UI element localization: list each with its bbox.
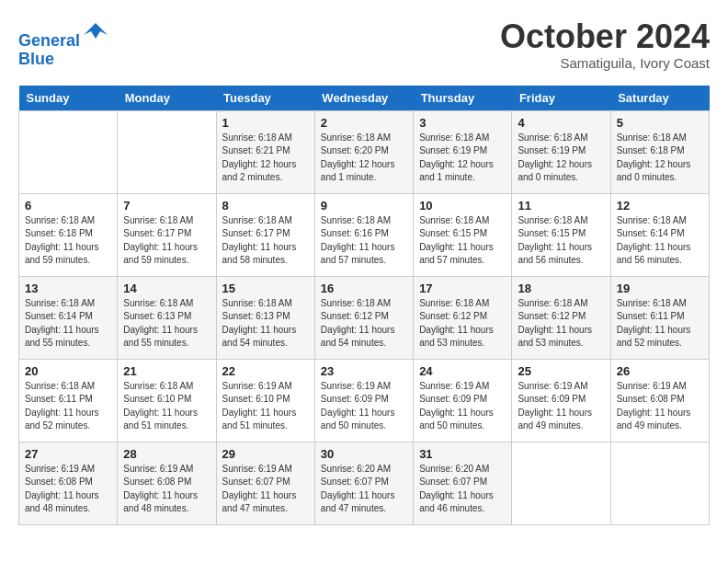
day-number: 20 bbox=[25, 364, 111, 378]
calendar-table: SundayMondayTuesdayWednesdayThursdayFrid… bbox=[18, 86, 710, 525]
day-number: 17 bbox=[419, 282, 506, 295]
day-info: Sunrise: 6:19 AM Sunset: 6:10 PM Dayligh… bbox=[222, 380, 309, 433]
day-number: 23 bbox=[321, 364, 407, 378]
day-number: 31 bbox=[419, 447, 506, 461]
day-number: 19 bbox=[617, 282, 703, 295]
calendar-day-cell: 23Sunrise: 6:19 AM Sunset: 6:09 PM Dayli… bbox=[314, 359, 413, 442]
calendar-day-cell: 26Sunrise: 6:19 AM Sunset: 6:08 PM Dayli… bbox=[610, 359, 709, 442]
day-info: Sunrise: 6:18 AM Sunset: 6:11 PM Dayligh… bbox=[617, 297, 703, 350]
day-info: Sunrise: 6:20 AM Sunset: 6:07 PM Dayligh… bbox=[321, 463, 407, 516]
day-number: 7 bbox=[123, 199, 210, 213]
calendar-day-cell: 18Sunrise: 6:18 AM Sunset: 6:12 PM Dayli… bbox=[512, 276, 610, 359]
title-block: October 2024 Samatiguila, Ivory Coast bbox=[500, 18, 710, 71]
calendar-week-row: 13Sunrise: 6:18 AM Sunset: 6:14 PM Dayli… bbox=[19, 276, 710, 359]
day-info: Sunrise: 6:18 AM Sunset: 6:14 PM Dayligh… bbox=[25, 297, 111, 350]
day-number: 30 bbox=[321, 447, 407, 461]
calendar-day-cell: 11Sunrise: 6:18 AM Sunset: 6:15 PM Dayli… bbox=[512, 193, 610, 276]
day-number: 26 bbox=[617, 364, 703, 378]
day-info: Sunrise: 6:18 AM Sunset: 6:21 PM Dayligh… bbox=[222, 132, 309, 185]
day-number: 1 bbox=[222, 116, 309, 130]
calendar-day-cell bbox=[512, 442, 610, 524]
day-info: Sunrise: 6:18 AM Sunset: 6:10 PM Dayligh… bbox=[123, 380, 210, 433]
calendar-day-cell: 6Sunrise: 6:18 AM Sunset: 6:18 PM Daylig… bbox=[19, 193, 118, 276]
day-number: 15 bbox=[222, 282, 309, 295]
calendar-day-cell: 17Sunrise: 6:18 AM Sunset: 6:12 PM Dayli… bbox=[414, 276, 512, 359]
day-info: Sunrise: 6:19 AM Sunset: 6:09 PM Dayligh… bbox=[419, 380, 506, 433]
calendar-day-cell: 3Sunrise: 6:18 AM Sunset: 6:19 PM Daylig… bbox=[414, 110, 512, 193]
calendar-day-cell: 10Sunrise: 6:18 AM Sunset: 6:15 PM Dayli… bbox=[414, 193, 512, 276]
calendar-day-cell: 24Sunrise: 6:19 AM Sunset: 6:09 PM Dayli… bbox=[414, 359, 512, 442]
calendar-day-cell: 16Sunrise: 6:18 AM Sunset: 6:12 PM Dayli… bbox=[314, 276, 413, 359]
calendar-day-cell: 4Sunrise: 6:18 AM Sunset: 6:19 PM Daylig… bbox=[512, 110, 610, 193]
calendar-day-cell: 28Sunrise: 6:19 AM Sunset: 6:08 PM Dayli… bbox=[118, 442, 216, 524]
calendar-day-cell: 25Sunrise: 6:19 AM Sunset: 6:09 PM Dayli… bbox=[512, 359, 610, 442]
day-number: 22 bbox=[222, 364, 309, 378]
day-number: 12 bbox=[617, 199, 703, 213]
calendar-day-cell: 9Sunrise: 6:18 AM Sunset: 6:16 PM Daylig… bbox=[314, 193, 413, 276]
location: Samatiguila, Ivory Coast bbox=[500, 55, 710, 71]
weekday-header: Friday bbox=[512, 86, 610, 111]
page-header: GeneralBlue October 2024 Samatiguila, Iv… bbox=[18, 18, 710, 71]
calendar-day-cell: 21Sunrise: 6:18 AM Sunset: 6:10 PM Dayli… bbox=[118, 359, 216, 442]
day-number: 16 bbox=[321, 282, 407, 295]
day-number: 25 bbox=[518, 364, 604, 378]
day-info: Sunrise: 6:18 AM Sunset: 6:11 PM Dayligh… bbox=[25, 380, 111, 433]
day-number: 4 bbox=[518, 116, 604, 130]
calendar-day-cell bbox=[19, 110, 118, 193]
weekday-header: Wednesday bbox=[314, 86, 413, 111]
day-info: Sunrise: 6:20 AM Sunset: 6:07 PM Dayligh… bbox=[419, 463, 506, 516]
weekday-header: Tuesday bbox=[216, 86, 314, 111]
calendar-day-cell: 12Sunrise: 6:18 AM Sunset: 6:14 PM Dayli… bbox=[610, 193, 709, 276]
weekday-header-row: SundayMondayTuesdayWednesdayThursdayFrid… bbox=[19, 86, 710, 111]
calendar-day-cell: 7Sunrise: 6:18 AM Sunset: 6:17 PM Daylig… bbox=[118, 193, 216, 276]
day-info: Sunrise: 6:18 AM Sunset: 6:12 PM Dayligh… bbox=[419, 297, 506, 350]
weekday-header: Thursday bbox=[414, 86, 512, 111]
day-info: Sunrise: 6:18 AM Sunset: 6:18 PM Dayligh… bbox=[617, 132, 703, 185]
day-number: 11 bbox=[518, 199, 604, 213]
day-number: 9 bbox=[321, 199, 407, 213]
weekday-header: Monday bbox=[118, 86, 216, 111]
day-info: Sunrise: 6:19 AM Sunset: 6:08 PM Dayligh… bbox=[617, 380, 703, 433]
day-info: Sunrise: 6:18 AM Sunset: 6:15 PM Dayligh… bbox=[419, 214, 506, 268]
day-info: Sunrise: 6:18 AM Sunset: 6:13 PM Dayligh… bbox=[222, 297, 309, 350]
day-info: Sunrise: 6:18 AM Sunset: 6:20 PM Dayligh… bbox=[321, 132, 407, 185]
day-number: 28 bbox=[123, 447, 210, 461]
weekday-header: Sunday bbox=[19, 86, 118, 111]
calendar-week-row: 20Sunrise: 6:18 AM Sunset: 6:11 PM Dayli… bbox=[19, 359, 710, 442]
day-number: 27 bbox=[25, 447, 111, 461]
calendar-day-cell: 2Sunrise: 6:18 AM Sunset: 6:20 PM Daylig… bbox=[314, 110, 413, 193]
calendar-day-cell: 15Sunrise: 6:18 AM Sunset: 6:13 PM Dayli… bbox=[216, 276, 314, 359]
day-number: 29 bbox=[222, 447, 309, 461]
calendar-day-cell: 30Sunrise: 6:20 AM Sunset: 6:07 PM Dayli… bbox=[314, 442, 413, 524]
calendar-week-row: 1Sunrise: 6:18 AM Sunset: 6:21 PM Daylig… bbox=[19, 110, 710, 193]
svg-marker-0 bbox=[84, 23, 108, 39]
day-number: 3 bbox=[419, 116, 506, 130]
day-number: 5 bbox=[617, 116, 703, 130]
day-number: 8 bbox=[222, 199, 309, 213]
day-number: 14 bbox=[123, 282, 210, 295]
day-info: Sunrise: 6:18 AM Sunset: 6:19 PM Dayligh… bbox=[518, 132, 604, 185]
day-info: Sunrise: 6:18 AM Sunset: 6:18 PM Dayligh… bbox=[25, 214, 111, 268]
day-info: Sunrise: 6:18 AM Sunset: 6:15 PM Dayligh… bbox=[518, 214, 604, 268]
day-info: Sunrise: 6:19 AM Sunset: 6:07 PM Dayligh… bbox=[222, 463, 309, 516]
day-info: Sunrise: 6:18 AM Sunset: 6:19 PM Dayligh… bbox=[419, 132, 506, 185]
day-number: 13 bbox=[25, 282, 111, 295]
calendar-day-cell: 29Sunrise: 6:19 AM Sunset: 6:07 PM Dayli… bbox=[216, 442, 314, 524]
calendar-day-cell: 1Sunrise: 6:18 AM Sunset: 6:21 PM Daylig… bbox=[216, 110, 314, 193]
calendar-day-cell: 14Sunrise: 6:18 AM Sunset: 6:13 PM Dayli… bbox=[118, 276, 216, 359]
day-info: Sunrise: 6:18 AM Sunset: 6:14 PM Dayligh… bbox=[617, 214, 703, 268]
day-info: Sunrise: 6:18 AM Sunset: 6:12 PM Dayligh… bbox=[321, 297, 407, 350]
calendar-day-cell: 20Sunrise: 6:18 AM Sunset: 6:11 PM Dayli… bbox=[19, 359, 118, 442]
calendar-day-cell bbox=[610, 442, 709, 524]
day-number: 6 bbox=[25, 199, 111, 213]
day-info: Sunrise: 6:18 AM Sunset: 6:17 PM Dayligh… bbox=[123, 214, 210, 268]
weekday-header: Saturday bbox=[610, 86, 709, 111]
calendar-week-row: 27Sunrise: 6:19 AM Sunset: 6:08 PM Dayli… bbox=[19, 442, 710, 524]
day-info: Sunrise: 6:19 AM Sunset: 6:09 PM Dayligh… bbox=[518, 380, 604, 433]
day-number: 21 bbox=[123, 364, 210, 378]
day-info: Sunrise: 6:18 AM Sunset: 6:17 PM Dayligh… bbox=[222, 214, 309, 268]
calendar-day-cell: 13Sunrise: 6:18 AM Sunset: 6:14 PM Dayli… bbox=[19, 276, 118, 359]
calendar-day-cell: 5Sunrise: 6:18 AM Sunset: 6:18 PM Daylig… bbox=[610, 110, 709, 193]
calendar-day-cell: 27Sunrise: 6:19 AM Sunset: 6:08 PM Dayli… bbox=[19, 442, 118, 524]
day-info: Sunrise: 6:18 AM Sunset: 6:16 PM Dayligh… bbox=[321, 214, 407, 268]
